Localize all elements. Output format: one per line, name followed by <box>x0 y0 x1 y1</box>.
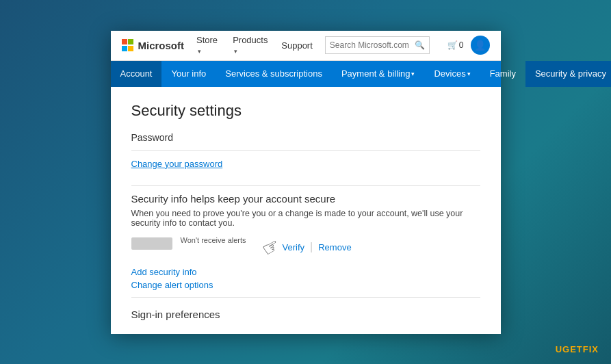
store-arrow: ▾ <box>198 48 201 55</box>
top-nav: Microsoft Store ▾ Products ▾ Support 🔍 🛒… <box>111 31 501 61</box>
nav-account[interactable]: Account <box>111 61 162 87</box>
search-icon: 🔍 <box>415 40 425 50</box>
add-security-info-link[interactable]: Add security info <box>131 267 480 277</box>
main-content: Security settings Password Change your p… <box>111 87 501 334</box>
search-box[interactable]: 🔍 <box>325 36 430 54</box>
security-info-heading: Security info helps keep your account se… <box>131 193 480 205</box>
products-arrow: ▾ <box>234 48 237 55</box>
user-avatar[interactable]: 👤 <box>471 36 490 55</box>
security-info-desc: When you need to prove you're you or a c… <box>131 209 480 228</box>
sign-in-divider <box>131 297 480 298</box>
top-nav-links: Store ▾ Products ▾ Support <box>196 35 313 55</box>
nav-support[interactable]: Support <box>281 40 313 51</box>
security-placeholder <box>131 237 172 250</box>
page-title: Security settings <box>131 102 480 120</box>
security-info-row: Won't receive alerts ☞ Verify | Remove <box>131 236 480 259</box>
avatar-icon: 👤 <box>474 40 486 51</box>
security-info-divider <box>131 185 480 186</box>
verify-link[interactable]: Verify <box>283 242 305 252</box>
remove-link[interactable]: Remove <box>318 242 351 252</box>
security-row-info: Won't receive alerts <box>181 236 246 244</box>
microsoft-logo[interactable]: Microsoft <box>122 39 185 51</box>
search-input[interactable] <box>330 40 412 50</box>
cart-area: 🛒 0 👤 <box>447 36 490 55</box>
brand-watermark: UGETFIX <box>556 344 599 354</box>
nav-devices[interactable]: Devices ▾ <box>424 61 480 87</box>
cart-button[interactable]: 🛒 0 <box>447 40 464 50</box>
microsoft-logo-text: Microsoft <box>138 40 185 51</box>
payment-arrow: ▾ <box>411 70 415 77</box>
change-password-link[interactable]: Change your password <box>131 159 223 169</box>
cart-count: 0 <box>459 40 464 50</box>
cursor-hand-icon: ☞ <box>258 233 284 261</box>
brand-highlight: ET <box>570 344 583 354</box>
nav-services[interactable]: Services & subscriptions <box>216 61 332 87</box>
nav-payment[interactable]: Payment & billing ▾ <box>332 61 424 87</box>
wont-receive-label: Won't receive alerts <box>181 236 246 244</box>
nav-products[interactable]: Products ▾ <box>233 35 270 55</box>
brand-prefix: UG <box>556 344 571 354</box>
account-nav: Account Your info Services & subscriptio… <box>111 61 501 87</box>
change-alert-options-link[interactable]: Change alert options <box>131 280 480 290</box>
separator: | <box>310 241 313 253</box>
sign-in-preferences-label: Sign-in preferences <box>131 309 480 320</box>
nav-your-info[interactable]: Your info <box>161 61 216 87</box>
cart-icon: 🛒 <box>447 40 458 50</box>
brand-suffix: FIX <box>583 344 599 354</box>
password-section-label: Password <box>131 132 480 143</box>
nav-security-privacy[interactable]: Security & privacy <box>525 61 611 87</box>
security-row-actions: ☞ Verify | Remove <box>260 236 352 259</box>
nav-family[interactable]: Family <box>480 61 525 87</box>
password-divider <box>131 150 480 151</box>
devices-arrow: ▾ <box>467 70 471 77</box>
browser-window: Microsoft Store ▾ Products ▾ Support 🔍 🛒… <box>111 31 501 334</box>
nav-store[interactable]: Store ▾ <box>196 35 222 55</box>
ms-logo-grid <box>122 39 134 51</box>
